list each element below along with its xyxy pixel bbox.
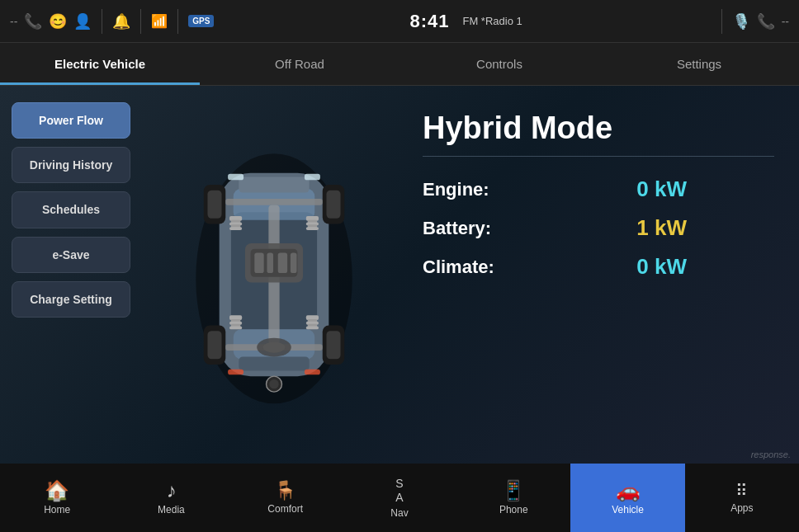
svg-rect-47 bbox=[305, 174, 320, 181]
svg-rect-14 bbox=[326, 331, 340, 359]
sidebar-btn-power-flow[interactable]: Power Flow bbox=[12, 102, 130, 139]
main-content: Power Flow Driving History Schedules e-S… bbox=[0, 86, 799, 464]
tab-bar: Electric Vehicle Off Road Controls Setti… bbox=[0, 43, 799, 86]
media-icon: ♪ bbox=[166, 481, 176, 501]
svg-rect-23 bbox=[291, 252, 297, 273]
phone-icon: 📞 bbox=[24, 12, 42, 31]
vehicle-icon: 🚗 bbox=[616, 481, 641, 501]
svg-rect-21 bbox=[267, 252, 273, 273]
climate-label: Climate: bbox=[423, 257, 494, 278]
battery-row: Battery: 1 kW bbox=[423, 215, 687, 241]
nav-media[interactable]: ♪ Media bbox=[114, 464, 228, 532]
home-icon: 🏠 bbox=[45, 481, 69, 501]
info-divider bbox=[423, 156, 774, 157]
engine-label: Engine: bbox=[423, 179, 489, 200]
battery-value: 1 kW bbox=[636, 215, 687, 241]
nav-label: Nav bbox=[390, 507, 408, 519]
nav-comfort[interactable]: 🪑 Comfort bbox=[229, 464, 343, 532]
battery-label: Battery: bbox=[423, 218, 491, 239]
left-dash: -- bbox=[10, 15, 17, 28]
svg-rect-38 bbox=[229, 327, 242, 330]
sidebar-btn-schedules[interactable]: Schedules bbox=[12, 191, 130, 228]
profile-icon: 👤 bbox=[73, 12, 92, 31]
engine-row: Engine: 0 kW bbox=[423, 177, 687, 202]
svg-point-45 bbox=[263, 341, 286, 352]
home-label: Home bbox=[44, 504, 70, 516]
tab-off-road[interactable]: Off Road bbox=[200, 43, 400, 85]
apps-label: Apps bbox=[730, 502, 753, 514]
svg-rect-33 bbox=[306, 227, 319, 230]
vehicle-label: Vehicle bbox=[612, 504, 644, 516]
svg-rect-48 bbox=[228, 370, 243, 375]
svg-point-51 bbox=[269, 379, 278, 388]
svg-rect-43 bbox=[306, 327, 319, 330]
car-diagram bbox=[154, 126, 394, 423]
bell-icon: 🔔 bbox=[112, 12, 130, 31]
radio-info: FM *Radio 1 bbox=[462, 15, 522, 27]
svg-rect-46 bbox=[228, 174, 243, 181]
nav-icon: SA bbox=[395, 477, 403, 505]
tab-settings[interactable]: Settings bbox=[599, 43, 799, 85]
sidebar-btn-e-save[interactable]: e-Save bbox=[12, 237, 130, 273]
climate-row: Climate: 0 kW bbox=[423, 254, 687, 280]
media-label: Media bbox=[158, 504, 185, 516]
radio-station: *Radio 1 bbox=[481, 15, 522, 27]
svg-rect-5 bbox=[239, 177, 309, 193]
separator bbox=[102, 9, 102, 34]
sidebar-btn-charge-setting[interactable]: Charge Setting bbox=[12, 281, 130, 318]
comfort-icon: 🪑 bbox=[274, 482, 296, 500]
svg-rect-22 bbox=[278, 252, 287, 273]
separator4 bbox=[721, 9, 722, 34]
status-right: 🎙️ 📞 -- bbox=[718, 9, 789, 34]
info-panel: Hybrid Mode Engine: 0 kW Battery: 1 kW C… bbox=[406, 86, 799, 464]
radio-band: FM bbox=[462, 15, 478, 27]
svg-rect-6 bbox=[239, 356, 309, 370]
phone-right-icon[interactable]: 📞 bbox=[757, 12, 775, 31]
sidebar: Power Flow Driving History Schedules e-S… bbox=[0, 86, 142, 464]
vehicle-area bbox=[142, 86, 406, 464]
nav-apps[interactable]: ⠿ Apps bbox=[685, 464, 799, 532]
phone-nav-icon: 📱 bbox=[501, 481, 526, 501]
phone-label: Phone bbox=[499, 504, 528, 516]
tab-electric-vehicle[interactable]: Electric Vehicle bbox=[0, 43, 200, 85]
climate-value: 0 kW bbox=[636, 254, 687, 280]
engine-value: 0 kW bbox=[636, 177, 687, 202]
status-left: -- 📞 😊 👤 🔔 📶 GPS bbox=[10, 9, 214, 34]
nav-nav[interactable]: SA Nav bbox=[343, 464, 456, 532]
svg-rect-9 bbox=[207, 191, 221, 219]
face-icon: 😊 bbox=[49, 12, 67, 31]
gps-badge: GPS bbox=[188, 15, 214, 27]
nav-home[interactable]: 🏠 Home bbox=[0, 464, 114, 532]
wifi-icon: 📶 bbox=[151, 13, 168, 29]
clock: 8:41 bbox=[409, 11, 449, 32]
svg-rect-15 bbox=[225, 199, 322, 205]
status-center: 8:41 FM *Radio 1 bbox=[409, 11, 522, 32]
apps-icon: ⠿ bbox=[735, 483, 748, 499]
status-bar: -- 📞 😊 👤 🔔 📶 GPS 8:41 FM *Radio 1 🎙️ 📞 -… bbox=[0, 0, 799, 43]
tab-controls[interactable]: Controls bbox=[400, 43, 599, 85]
nav-vehicle[interactable]: 🚗 Vehicle bbox=[570, 464, 684, 532]
svg-rect-10 bbox=[326, 191, 340, 219]
bottom-nav: 🏠 Home ♪ Media 🪑 Comfort SA Nav 📱 Phone … bbox=[0, 464, 799, 532]
svg-rect-13 bbox=[207, 331, 221, 359]
right-dash: -- bbox=[782, 15, 789, 28]
separator2 bbox=[140, 9, 141, 34]
svg-rect-49 bbox=[305, 370, 320, 375]
separator3 bbox=[177, 9, 178, 34]
svg-rect-20 bbox=[254, 252, 263, 273]
nav-phone[interactable]: 📱 Phone bbox=[456, 464, 570, 532]
comfort-label: Comfort bbox=[267, 503, 303, 515]
watermark: response. bbox=[751, 450, 791, 459]
sidebar-btn-driving-history[interactable]: Driving History bbox=[12, 147, 130, 183]
hybrid-mode-title: Hybrid Mode bbox=[423, 111, 774, 146]
svg-rect-28 bbox=[229, 227, 242, 230]
microphone-icon[interactable]: 🎙️ bbox=[732, 12, 750, 31]
